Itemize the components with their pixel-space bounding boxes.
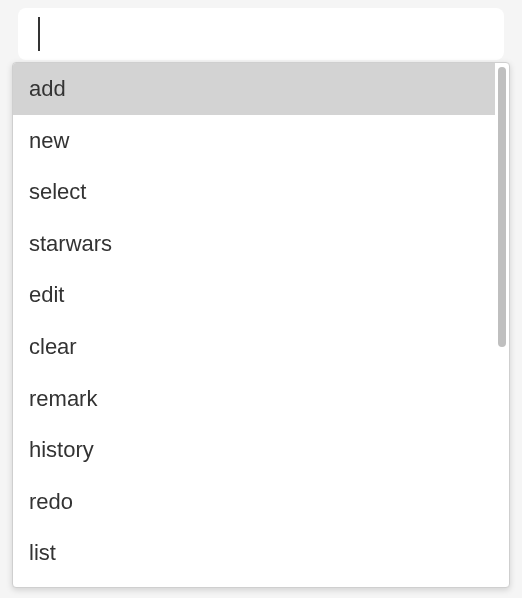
dropdown-item-redo[interactable]: redo — [13, 476, 495, 528]
dropdown-item-history[interactable]: history — [13, 424, 495, 476]
command-input-wrapper[interactable] — [18, 8, 504, 60]
dropdown-item-add[interactable]: add — [13, 63, 495, 115]
dropdown-item-remark[interactable]: remark — [13, 373, 495, 425]
autocomplete-dropdown: add new select starwars edit clear remar… — [12, 62, 510, 588]
autocomplete-list: add new select starwars edit clear remar… — [13, 63, 495, 587]
dropdown-item-clear[interactable]: clear — [13, 321, 495, 373]
scrollbar-thumb[interactable] — [498, 67, 506, 347]
scrollbar-track[interactable] — [495, 63, 509, 587]
dropdown-item-starwars[interactable]: starwars — [13, 218, 495, 270]
dropdown-item-new[interactable]: new — [13, 115, 495, 167]
dropdown-item-edit[interactable]: edit — [13, 269, 495, 321]
dropdown-item-list[interactable]: list — [13, 527, 495, 579]
dropdown-item-select[interactable]: select — [13, 166, 495, 218]
command-input[interactable] — [40, 23, 484, 46]
